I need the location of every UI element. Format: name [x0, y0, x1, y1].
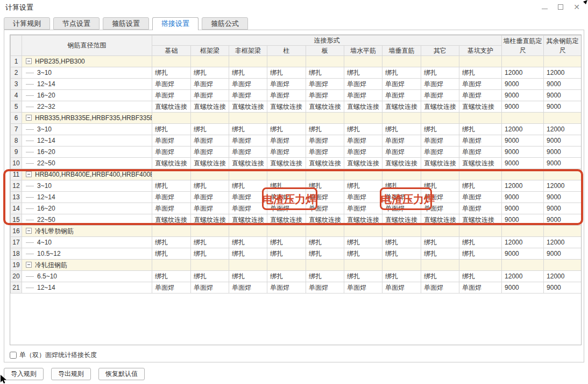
connection-cell[interactable]: 绑扎: [229, 67, 267, 79]
connection-cell[interactable]: [382, 56, 421, 67]
connection-cell[interactable]: 直螺纹连接: [382, 101, 421, 113]
connection-cell[interactable]: [306, 169, 344, 180]
wall-column-vertical-length-cell[interactable]: 9000: [502, 282, 544, 294]
connection-cell[interactable]: [306, 113, 344, 124]
connection-cell[interactable]: 单面焊: [382, 192, 421, 203]
connection-cell[interactable]: 绑扎: [306, 237, 344, 248]
connection-cell[interactable]: 绑扎: [229, 271, 267, 282]
connection-cell[interactable]: 绑扎: [267, 237, 306, 248]
connection-cell[interactable]: 绑扎: [344, 271, 382, 282]
other-rebar-length-cell[interactable]: [544, 260, 582, 271]
connection-cell[interactable]: 直螺纹连接: [191, 101, 229, 113]
other-rebar-length-cell[interactable]: [544, 113, 582, 124]
connection-cell[interactable]: 绑扎: [306, 180, 344, 192]
connection-cell[interactable]: 单面焊: [382, 90, 421, 101]
diameter-range-cell[interactable]: 16~20: [22, 203, 152, 214]
connection-cell[interactable]: [229, 56, 267, 67]
connection-cell[interactable]: 单面焊: [421, 282, 459, 294]
connection-cell[interactable]: 直螺纹连接: [421, 101, 459, 113]
wall-column-vertical-length-cell[interactable]: 9000: [502, 135, 544, 146]
connection-cell[interactable]: [421, 226, 459, 237]
connection-cell[interactable]: 直螺纹连接: [191, 214, 229, 226]
connection-cell[interactable]: [382, 169, 421, 180]
rebar-grade-group-cell[interactable]: 冷轧扭钢筋: [22, 260, 152, 271]
connection-cell[interactable]: 绑扎: [152, 67, 191, 79]
connection-cell[interactable]: 单面焊: [344, 79, 382, 90]
other-rebar-length-cell[interactable]: 12000: [544, 237, 582, 248]
connection-cell[interactable]: [267, 226, 306, 237]
connection-cell[interactable]: 单面焊: [191, 135, 229, 146]
diameter-range-cell[interactable]: 22~50: [22, 214, 152, 226]
connection-cell[interactable]: 单面焊: [344, 192, 382, 203]
connection-cell[interactable]: 绑扎: [459, 271, 502, 282]
connection-cell[interactable]: 直螺纹连接: [306, 214, 344, 226]
connection-cell[interactable]: 绑扎: [306, 248, 344, 260]
connection-cell[interactable]: 单面焊: [306, 90, 344, 101]
collapse-minus-icon[interactable]: [26, 58, 32, 64]
connection-cell[interactable]: 单面焊: [382, 135, 421, 146]
wall-column-vertical-length-cell[interactable]: 9000: [502, 90, 544, 101]
connection-cell[interactable]: 单面焊: [267, 203, 306, 214]
connection-cell[interactable]: 绑扎: [382, 237, 421, 248]
connection-cell[interactable]: 单面焊: [344, 135, 382, 146]
diameter-range-cell[interactable]: 12~14: [22, 135, 152, 146]
connection-cell[interactable]: 绑扎: [344, 180, 382, 192]
connection-cell[interactable]: 单面焊: [421, 146, 459, 158]
connection-cell[interactable]: 单面焊: [267, 282, 306, 294]
other-rebar-length-cell[interactable]: 9000: [544, 146, 582, 158]
connection-cell[interactable]: 绑扎: [191, 67, 229, 79]
connection-cell[interactable]: 单面焊: [459, 146, 502, 158]
connection-cell[interactable]: 绑扎: [459, 248, 502, 260]
connection-cell[interactable]: 直螺纹连接: [459, 214, 502, 226]
connection-cell[interactable]: [344, 113, 382, 124]
rebar-grade-group-cell[interactable]: HRB335,HRB335E,HRBF335,HRBF335E: [22, 113, 152, 124]
diameter-range-cell[interactable]: 6.5~10: [22, 271, 152, 282]
connection-cell[interactable]: 单面焊: [382, 79, 421, 90]
connection-cell[interactable]: 绑扎: [459, 67, 502, 79]
connection-cell[interactable]: 单面焊: [267, 192, 306, 203]
connection-cell[interactable]: 绑扎: [344, 248, 382, 260]
connection-cell[interactable]: 单面焊: [421, 135, 459, 146]
connection-cell[interactable]: 单面焊: [382, 203, 421, 214]
other-rebar-length-cell[interactable]: 12000: [544, 124, 582, 135]
connection-cell[interactable]: [229, 169, 267, 180]
connection-cell[interactable]: 单面焊: [229, 135, 267, 146]
connection-cell[interactable]: 绑扎: [152, 237, 191, 248]
connection-cell[interactable]: 单面焊: [152, 282, 191, 294]
collapse-minus-icon[interactable]: [26, 262, 32, 268]
connection-cell[interactable]: [344, 260, 382, 271]
wall-column-vertical-length-cell[interactable]: [502, 260, 544, 271]
connection-cell[interactable]: 绑扎: [344, 67, 382, 79]
connection-cell[interactable]: 单面焊: [421, 192, 459, 203]
wall-column-vertical-length-cell[interactable]: 9000: [502, 79, 544, 90]
other-rebar-length-cell[interactable]: [544, 169, 582, 180]
connection-cell[interactable]: 绑扎: [229, 180, 267, 192]
connection-cell[interactable]: 单面焊: [459, 90, 502, 101]
wall-column-vertical-length-cell[interactable]: 9000: [502, 158, 544, 169]
tab-5[interactable]: 箍筋公式: [202, 17, 248, 30]
diameter-range-cell[interactable]: 12~14: [22, 282, 152, 294]
connection-cell[interactable]: 绑扎: [152, 271, 191, 282]
connection-cell[interactable]: 直螺纹连接: [267, 101, 306, 113]
other-rebar-length-cell[interactable]: 12000: [544, 180, 582, 192]
connection-cell[interactable]: [229, 226, 267, 237]
connection-cell[interactable]: 直螺纹连接: [382, 158, 421, 169]
wall-column-vertical-length-cell[interactable]: 12000: [502, 237, 544, 248]
tab-1[interactable]: 计算规则: [4, 17, 50, 30]
connection-cell[interactable]: 直螺纹连接: [344, 158, 382, 169]
wall-column-vertical-length-cell[interactable]: 12000: [502, 124, 544, 135]
connection-cell[interactable]: [191, 260, 229, 271]
connection-cell[interactable]: 单面焊: [344, 203, 382, 214]
rebar-grade-group-cell[interactable]: HRB400,HRB400E,HRBF400,HRBF400E...: [22, 169, 152, 180]
wall-column-vertical-length-cell[interactable]: [502, 226, 544, 237]
connection-cell[interactable]: 单面焊: [191, 79, 229, 90]
wall-column-vertical-length-cell[interactable]: [502, 113, 544, 124]
diameter-range-cell[interactable]: 12~14: [22, 192, 152, 203]
connection-cell[interactable]: [459, 113, 502, 124]
connection-cell[interactable]: 直螺纹连接: [382, 214, 421, 226]
connection-cell[interactable]: 绑扎: [459, 180, 502, 192]
connection-cell[interactable]: 绑扎: [382, 180, 421, 192]
connection-cell[interactable]: [152, 260, 191, 271]
connection-cell[interactable]: 绑扎: [152, 248, 191, 260]
connection-cell[interactable]: 单面焊: [267, 135, 306, 146]
